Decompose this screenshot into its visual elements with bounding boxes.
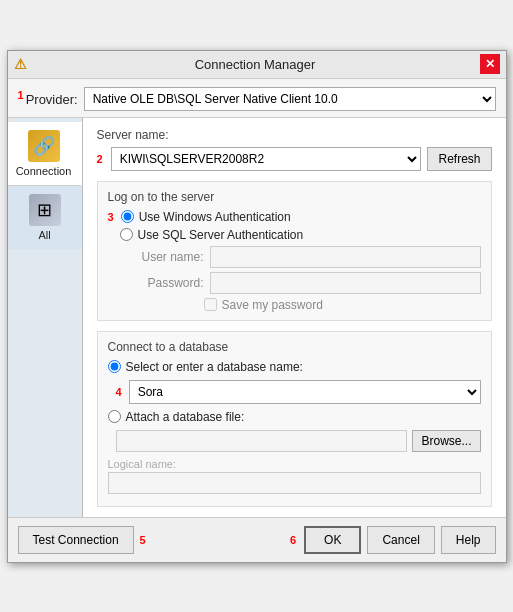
- help-button[interactable]: Help: [441, 526, 496, 554]
- save-password-label: Save my password: [222, 298, 323, 312]
- cancel-button[interactable]: Cancel: [367, 526, 434, 554]
- title-bar: ⚠ Connection Manager ✕: [8, 51, 506, 79]
- db-attach-label: Attach a database file:: [126, 410, 245, 424]
- username-label: User name:: [124, 250, 204, 264]
- refresh-button[interactable]: Refresh: [427, 147, 491, 171]
- windows-auth-row: 3 Use Windows Authentication: [108, 210, 481, 224]
- ok-button[interactable]: OK: [304, 526, 361, 554]
- sql-auth-label: Use SQL Server Authentication: [138, 228, 304, 242]
- step-4: 4: [116, 386, 122, 398]
- sidebar-item-all[interactable]: ⊞ All: [8, 186, 82, 249]
- connection-icon: 🔗: [28, 130, 60, 162]
- password-label: Password:: [124, 276, 204, 290]
- content-area: Server name: 2 KIWI\SQLSERVER2008R2 Refr…: [83, 118, 506, 517]
- warning-icon: ⚠: [14, 56, 27, 72]
- db-select-label: Select or enter a database name:: [126, 360, 303, 374]
- sidebar: 🔗 Connection ⊞ All: [8, 118, 83, 517]
- provider-select[interactable]: Native OLE DB\SQL Server Native Client 1…: [84, 87, 496, 111]
- db-select-radio[interactable]: [108, 360, 121, 373]
- username-input[interactable]: [210, 246, 481, 268]
- main-area: 🔗 Connection ⊞ All Server name: 2 KIWI\S…: [8, 117, 506, 517]
- step-2: 2: [97, 153, 103, 165]
- sidebar-connection-label: Connection: [16, 165, 72, 177]
- sql-auth-row: Use SQL Server Authentication: [108, 228, 481, 242]
- db-title: Connect to a database: [108, 340, 481, 354]
- browse-button[interactable]: Browse...: [412, 430, 480, 452]
- windows-auth-label: Use Windows Authentication: [139, 210, 291, 224]
- sql-auth-radio[interactable]: [120, 228, 133, 241]
- db-file-input[interactable]: [116, 430, 408, 452]
- logon-title: Log on to the server: [108, 190, 481, 204]
- db-attach-radio[interactable]: [108, 410, 121, 423]
- username-row: User name:: [108, 246, 481, 268]
- logon-section: Log on to the server 3 Use Windows Authe…: [97, 181, 492, 321]
- save-password-checkbox[interactable]: [204, 298, 217, 311]
- provider-label: 1Provider:: [18, 89, 78, 107]
- sidebar-item-connection[interactable]: 🔗 Connection: [8, 122, 82, 186]
- db-file-row: Browse...: [108, 430, 481, 452]
- windows-auth-radio[interactable]: [121, 210, 134, 223]
- db-section: Connect to a database Select or enter a …: [97, 331, 492, 507]
- window-title: Connection Manager: [31, 57, 480, 72]
- footer: Test Connection 5 6 OK Cancel Help: [8, 517, 506, 562]
- logical-name-label: Logical name:: [108, 458, 481, 470]
- db-select-radio-row: Select or enter a database name:: [108, 360, 481, 374]
- password-input[interactable]: [210, 272, 481, 294]
- server-name-label: Server name:: [97, 128, 492, 142]
- step-6: 6: [290, 534, 296, 546]
- close-button[interactable]: ✕: [480, 54, 500, 74]
- server-row: 2 KIWI\SQLSERVER2008R2 Refresh: [97, 147, 492, 171]
- provider-row: 1Provider: Native OLE DB\SQL Server Nati…: [8, 79, 506, 117]
- step-3: 3: [108, 211, 114, 223]
- test-connection-button[interactable]: Test Connection: [18, 526, 134, 554]
- db-select-row: 4 Sora: [108, 380, 481, 404]
- db-attach-radio-row: Attach a database file:: [108, 410, 481, 424]
- password-row: Password:: [108, 272, 481, 294]
- server-select[interactable]: KIWI\SQLSERVER2008R2: [111, 147, 422, 171]
- sidebar-all-label: All: [38, 229, 50, 241]
- step-1: 1: [18, 89, 24, 101]
- connection-manager-window: ⚠ Connection Manager ✕ 1Provider: Native…: [7, 50, 507, 563]
- logical-name-section: Logical name:: [108, 458, 481, 498]
- logical-name-input[interactable]: [108, 472, 481, 494]
- save-password-row: Save my password: [108, 298, 481, 312]
- db-name-select[interactable]: Sora: [129, 380, 481, 404]
- all-icon: ⊞: [29, 194, 61, 226]
- step-5: 5: [140, 534, 146, 546]
